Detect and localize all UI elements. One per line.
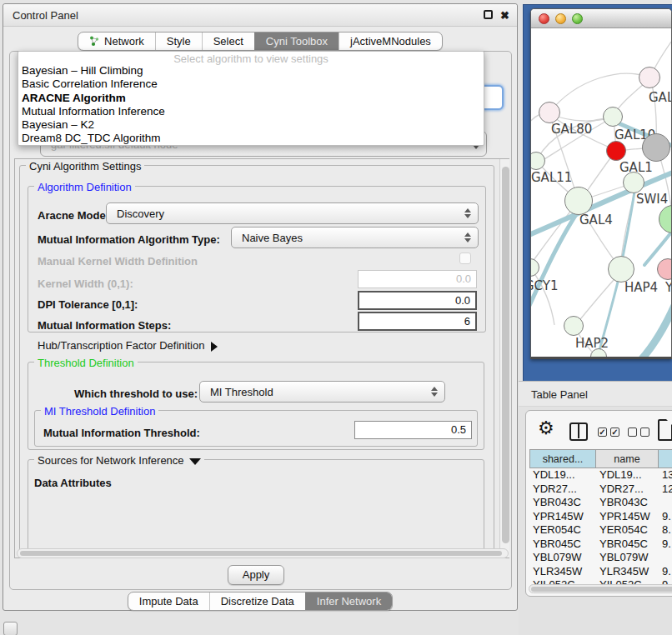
network-window-titlebar[interactable]: [531, 9, 671, 28]
mi-algorithm-type-combobox[interactable]: Naive Bayes: [231, 227, 479, 248]
mi-algorithm-type-label: Mutual Information Algorithm Type:: [38, 233, 220, 246]
sources-title-label: Sources for Network Inference: [38, 454, 184, 467]
network-node[interactable]: [564, 316, 584, 336]
network-canvas[interactable]: GALGAL80GAL10GAL1GAL11SWI4GAL4GCY1HAP4YH…: [531, 28, 671, 357]
aracne-mode-combobox[interactable]: Discovery: [106, 202, 479, 224]
node-label: GAL4: [579, 212, 613, 228]
table-row[interactable]: YER054CYER054C8.: [529, 523, 672, 538]
network-node[interactable]: [539, 102, 560, 123]
table-cell[interactable]: YER054C: [529, 523, 596, 538]
table-cell[interactable]: YBR043C: [596, 496, 659, 510]
table-cell[interactable]: YBR045C: [596, 538, 659, 552]
deselect-all-columns-icon[interactable]: [628, 428, 649, 437]
settings-horizontal-scrollbar[interactable]: [17, 548, 509, 558]
table-cell[interactable]: YBL079W: [596, 551, 659, 565]
minimized-panel-icon[interactable]: [3, 622, 18, 635]
table-cell[interactable]: 12: [659, 482, 672, 497]
table-cell[interactable]: 9.: [659, 510, 672, 524]
zoom-traffic-light-icon[interactable]: [572, 13, 583, 24]
table-cell[interactable]: 9.: [659, 538, 672, 552]
network-node[interactable]: [564, 187, 593, 215]
close-traffic-light-icon[interactable]: [539, 13, 549, 24]
control-panel-tabbar: NetworkStyleSelectCyni ToolboxjActiveMNo…: [3, 32, 517, 51]
mi-steps-field[interactable]: 6: [358, 312, 477, 331]
table-cell[interactable]: 13: [659, 468, 672, 482]
table-cell[interactable]: 9.: [659, 565, 672, 579]
network-node[interactable]: [608, 256, 634, 282]
scrollbar-thumb[interactable]: [20, 551, 502, 556]
tab-infer-network[interactable]: Infer Network: [305, 592, 392, 610]
network-node[interactable]: [642, 133, 670, 162]
tab-select[interactable]: Select: [202, 32, 254, 50]
column-header[interactable]: [659, 449, 672, 468]
float-window-icon[interactable]: [484, 10, 493, 19]
network-node[interactable]: [606, 141, 626, 161]
table-cell[interactable]: YBR045C: [529, 538, 596, 552]
table-cell[interactable]: [659, 496, 672, 510]
table-row[interactable]: YPR145WYPR145W9.: [529, 510, 672, 524]
algorithm-dropdown-popup: Select algorithm to view settings Bayesi…: [18, 51, 484, 146]
table-cell[interactable]: YLR345W: [596, 565, 659, 579]
algorithm-option[interactable]: Dream8 DC_TDC Algorithm: [18, 132, 484, 145]
tab-network[interactable]: Network: [78, 32, 155, 50]
column-header[interactable]: shared...: [529, 449, 596, 468]
table-row[interactable]: YDL19...YDL19...13: [529, 468, 672, 482]
algorithm-option[interactable]: Basic Correlation Inference: [18, 78, 484, 91]
network-node[interactable]: [603, 107, 623, 127]
table-cell[interactable]: 8.: [659, 523, 672, 538]
which-threshold-combobox[interactable]: MI Threshold: [199, 381, 445, 402]
tab-jactivemnodules[interactable]: jActiveMNodules: [339, 32, 442, 50]
network-node[interactable]: [623, 172, 644, 193]
scrollbar-thumb[interactable]: [531, 587, 672, 592]
algorithm-option[interactable]: ARACNE Algorithm: [18, 92, 484, 105]
sources-group: [28, 459, 484, 552]
document-icon[interactable]: [658, 419, 672, 441]
sources-group-title[interactable]: Sources for Network Inference: [34, 454, 204, 467]
table-horizontal-scrollbar[interactable]: [529, 584, 672, 593]
table-cell[interactable]: YDL19...: [529, 468, 596, 482]
tab-label: Style: [167, 32, 191, 50]
mi-threshold-field[interactable]: 0.5: [354, 421, 472, 439]
aracne-mode-label: Aracne Mode:: [38, 209, 109, 222]
algorithm-option[interactable]: Bayesian – Hill Climbing: [18, 64, 484, 78]
algorithm-option[interactable]: Mutual Information Inference: [18, 105, 484, 118]
settings-vertical-scrollbar[interactable]: [499, 159, 509, 558]
network-node[interactable]: [639, 67, 660, 88]
select-all-columns-icon[interactable]: ✓✓: [598, 428, 619, 437]
table-row[interactable]: YBR043CYBR043C: [529, 496, 672, 510]
table-cell[interactable]: YDL19...: [596, 468, 659, 482]
table-cell[interactable]: YLR345W: [529, 565, 596, 579]
manual-kernel-width-checkbox[interactable]: [459, 252, 471, 264]
hub-definition-toggle[interactable]: Hub/Transcription Factor Definition: [38, 339, 218, 352]
chevron-updown-icon: [464, 208, 471, 218]
table-cell[interactable]: YPR145W: [529, 510, 596, 524]
column-header[interactable]: name: [596, 449, 659, 468]
algorithm-placeholder-option[interactable]: Select algorithm to view settings: [18, 52, 484, 64]
table-row[interactable]: YBL079WYBL079W: [529, 551, 672, 565]
table-cell[interactable]: YDR27...: [529, 482, 596, 497]
table-row[interactable]: YLR345WYLR345W9.: [529, 565, 672, 579]
table-cell[interactable]: YPR145W: [596, 510, 659, 524]
table-cell[interactable]: YDR27...: [596, 482, 659, 497]
algorithm-option[interactable]: Bayesian – K2: [18, 118, 484, 132]
gear-icon[interactable]: ⚙: [538, 418, 554, 439]
table-row[interactable]: YBR045CYBR045C9.: [529, 538, 672, 552]
apply-button[interactable]: Apply: [228, 565, 284, 585]
tab-discretize-data[interactable]: Discretize Data: [209, 592, 305, 610]
dpi-tolerance-field[interactable]: 0.0: [358, 291, 477, 310]
table-cell[interactable]: [659, 551, 672, 565]
table-cell[interactable]: YER054C: [596, 523, 659, 538]
minimize-traffic-light-icon[interactable]: [555, 13, 566, 24]
node-label: Y: [665, 280, 671, 295]
kernel-width-field[interactable]: 0.0: [358, 270, 477, 288]
split-columns-icon[interactable]: [569, 422, 588, 441]
tab-impute-data[interactable]: Impute Data: [128, 592, 209, 610]
table-row[interactable]: YDR27...YDR27...12: [529, 482, 672, 497]
close-icon[interactable]: ✖: [500, 10, 509, 21]
tab-cyni-toolbox[interactable]: Cyni Toolbox: [254, 32, 339, 50]
network-icon: [89, 36, 100, 47]
tab-style[interactable]: Style: [155, 32, 202, 50]
table-cell[interactable]: YBR043C: [529, 496, 596, 510]
table-cell[interactable]: YBL079W: [529, 551, 596, 565]
scrollbar-thumb[interactable]: [502, 167, 509, 543]
